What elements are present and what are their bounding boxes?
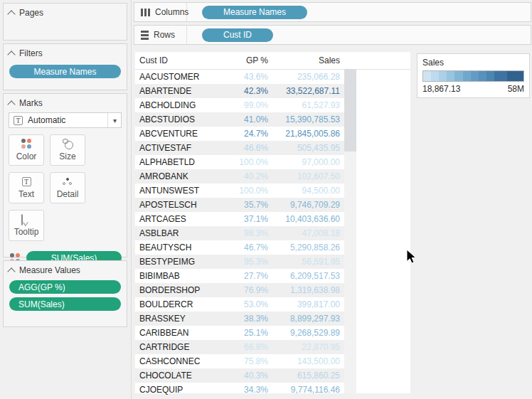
- columns-shelf-text: Columns: [155, 7, 188, 17]
- measure-values-pill[interactable]: SUM(Sales): [9, 297, 121, 311]
- table-row[interactable]: ABARTENDE42.3%33,522,687.11: [135, 84, 344, 98]
- legend-labels: 18,867.13 58M: [417, 82, 529, 94]
- side-panel: Pages Filters Measure Names Marks T Auto…: [0, 0, 132, 399]
- sales-cell: 505,435.95: [268, 143, 344, 153]
- table-row[interactable]: ARTCAGES37.1%10,403,636.60: [135, 212, 344, 226]
- table-row[interactable]: ANTUNSWEST100.0%94,500.00: [135, 183, 344, 198]
- legend-step: [494, 71, 507, 81]
- columns-shelf-pills: Measure Names: [187, 6, 307, 19]
- sales-cell: 33,522,687.11: [268, 86, 344, 96]
- gp-pct-cell: 53.0%: [235, 299, 268, 309]
- pages-card-header[interactable]: Pages: [4, 4, 127, 20]
- cust-id-cell: AACUSTOMER: [135, 72, 235, 82]
- table-row[interactable]: BIBIMBAB27.7%6,209,517.53: [135, 269, 344, 283]
- sales-cell: 143,500.00: [268, 356, 344, 366]
- columns-icon: [141, 9, 150, 16]
- collapse-chevron-icon[interactable]: [7, 50, 15, 58]
- cust-id-cell: CARIBBEAN: [135, 328, 235, 338]
- table-row[interactable]: ALPHABETLD100.0%97,000.00: [135, 155, 344, 169]
- marks-tooltip-button[interactable]: Tooltip: [9, 210, 44, 241]
- marks-size-button[interactable]: Size: [50, 134, 85, 166]
- chevron-down-icon[interactable]: ▾: [107, 113, 117, 127]
- scrollbar-thumb[interactable]: [344, 69, 356, 151]
- rows-icon: [141, 31, 149, 40]
- marks-button-label: Text: [18, 189, 34, 199]
- table-row[interactable]: CASHCONNEC75.8%143,500.00: [135, 354, 344, 368]
- table-row[interactable]: BEAUTYSCH46.7%5,290,858.26: [135, 240, 344, 255]
- cust-id-cell: AMROBANK: [135, 171, 235, 181]
- table-row[interactable]: BESTYPEIMG95.3%56,591.95: [135, 255, 344, 269]
- filter-pill[interactable]: Measure Names: [9, 65, 121, 78]
- columns-shelf[interactable]: Columns Measure Names: [134, 2, 531, 22]
- gp-pct-cell: 100.0%: [235, 186, 268, 196]
- legend-step: [479, 71, 486, 81]
- table-row[interactable]: AACUSTOMER43.6%235,066.28: [135, 70, 344, 84]
- marks-color-button[interactable]: Color: [9, 134, 44, 166]
- measure-values-shelf: AGG(GP %)SUM(Sales): [4, 277, 127, 317]
- table-row[interactable]: ABCVENTURE24.7%21,845,005.86: [135, 127, 344, 141]
- cust-id-cell: BORDERSHOP: [135, 285, 235, 295]
- sales-cell: 5,290,858.26: [268, 243, 344, 252]
- measure-values-card-header[interactable]: Measure Values: [4, 261, 127, 277]
- marks-text-button[interactable]: TText: [9, 172, 44, 203]
- gp-pct-cell: 37.1%: [235, 214, 268, 224]
- cust-id-cell: ACTIVESTAF: [135, 143, 235, 153]
- table-row[interactable]: CJOEQUIP34.3%9,774,116.46: [135, 383, 344, 397]
- measure-values-pill[interactable]: AGG(GP %): [9, 280, 121, 294]
- table-row[interactable]: AMROBANK40.2%102,607.50: [135, 169, 344, 183]
- marks-detail-button[interactable]: Detail: [50, 172, 85, 203]
- rows-shelf-text: Rows: [154, 30, 175, 40]
- legend-step: [463, 71, 471, 81]
- sales-cell: 102,607.50: [268, 171, 344, 181]
- color-legend-card[interactable]: Sales 18,867.13 58M: [417, 53, 530, 98]
- gp-pct-cell: 43.6%: [235, 72, 268, 82]
- rows-shelf-pill[interactable]: Cust ID: [202, 28, 273, 42]
- table-column-header[interactable]: Cust ID: [135, 55, 235, 65]
- sales-cell: 94,500.00: [268, 186, 344, 196]
- cust-id-cell: ABCSTUDIOS: [135, 115, 235, 124]
- rows-shelf[interactable]: Rows Cust ID: [134, 25, 531, 45]
- legend-step: [471, 71, 479, 81]
- collapse-chevron-icon[interactable]: [7, 267, 15, 275]
- gp-pct-cell: 40.3%: [235, 371, 268, 381]
- table-row[interactable]: CARTRIDGE66.8%22,870.95: [135, 340, 344, 354]
- table-row[interactable]: CARIBBEAN25.1%9,268,529.89: [135, 326, 344, 340]
- table-row[interactable]: ACTIVESTAF46.6%505,435.95: [135, 141, 344, 155]
- gp-pct-cell: 100.0%: [235, 157, 268, 167]
- cust-id-cell: BEAUTYSCH: [135, 243, 235, 252]
- legend-step: [423, 71, 431, 81]
- mark-type-dropdown[interactable]: T Automatic ▾: [9, 112, 122, 128]
- marks-button-label: Tooltip: [14, 227, 39, 237]
- table-column-header[interactable]: GP %: [235, 55, 268, 65]
- table-row[interactable]: ABCSTUDIOS41.0%15,390,785.53: [135, 112, 344, 127]
- cust-id-cell: APOSTELSCH: [135, 200, 235, 210]
- table-row[interactable]: ABCHOLDING99.0%61,527.93: [135, 98, 344, 112]
- sales-cell: 6,209,517.53: [268, 271, 344, 281]
- marks-buttons: ColorSizeTTextDetailTooltip: [9, 134, 122, 241]
- gp-pct-cell: 25.1%: [235, 328, 268, 338]
- vertical-scrollbar[interactable]: [344, 69, 356, 393]
- table-row[interactable]: BOULDERCR53.0%399,817.00: [135, 297, 344, 312]
- gp-pct-cell: 35.7%: [235, 200, 268, 210]
- table-row[interactable]: BRASSKEY38.3%8,899,297.93: [135, 312, 344, 326]
- gp-pct-cell: 76.9%: [235, 285, 268, 295]
- filters-card-header[interactable]: Filters: [4, 44, 127, 60]
- table-row[interactable]: ASBLBAR98.3%47,008.18: [135, 226, 344, 240]
- sales-cell: 22,870.95: [268, 342, 344, 352]
- gp-pct-cell: 42.3%: [235, 86, 268, 96]
- cust-id-cell: CASHCONNEC: [135, 356, 235, 366]
- table-row[interactable]: CHOCOLATE40.3%615,860.25: [135, 368, 344, 383]
- collapse-chevron-icon[interactable]: [7, 10, 15, 18]
- sales-cell: 615,860.25: [268, 371, 344, 381]
- mark-type-value: Automatic: [28, 115, 65, 125]
- legend-step: [454, 71, 462, 81]
- gp-pct-cell: 40.2%: [235, 171, 268, 181]
- table-row[interactable]: APOSTELSCH35.7%9,746,709.29: [135, 198, 344, 212]
- table-row[interactable]: BORDERSHOP76.9%1,319,638.98: [135, 283, 344, 297]
- collapse-chevron-icon[interactable]: [7, 100, 15, 108]
- marks-card-header[interactable]: Marks: [4, 94, 127, 110]
- worksheet-view: Cust IDGP %Sales AACUSTOMER43.6%235,066.…: [135, 52, 410, 393]
- marks-button-label: Detail: [57, 189, 79, 199]
- columns-shelf-pill[interactable]: Measure Names: [202, 6, 307, 19]
- table-column-header[interactable]: Sales: [268, 55, 344, 65]
